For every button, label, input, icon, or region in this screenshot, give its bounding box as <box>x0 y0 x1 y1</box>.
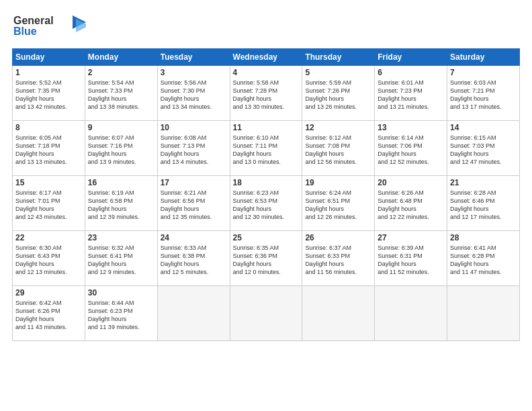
calendar-cell: 18 Sunrise: 6:23 AMSunset: 6:53 PMDaylig… <box>230 176 302 231</box>
calendar-cell: 8 Sunrise: 6:05 AMSunset: 7:18 PMDayligh… <box>13 121 85 176</box>
day-number: 20 <box>378 178 444 187</box>
day-number: 8 <box>15 123 82 132</box>
day-number: 11 <box>233 123 300 132</box>
cell-info: Sunrise: 6:23 AMSunset: 6:53 PMDaylight … <box>233 189 285 220</box>
calendar-cell: 3 Sunrise: 5:56 AMSunset: 7:30 PMDayligh… <box>157 66 230 121</box>
cell-info: Sunrise: 6:24 AMSunset: 6:51 PMDaylight … <box>305 189 357 220</box>
calendar-cell <box>447 286 520 341</box>
day-number: 5 <box>305 68 371 77</box>
day-number: 18 <box>233 178 300 187</box>
day-number: 14 <box>450 123 517 132</box>
day-header: Friday <box>375 49 447 66</box>
day-number: 13 <box>378 123 444 132</box>
cell-info: Sunrise: 6:32 AMSunset: 6:41 PMDaylight … <box>88 244 136 275</box>
logo: General Blue <box>12 12 86 42</box>
calendar-cell: 15 Sunrise: 6:17 AMSunset: 7:01 PMDaylig… <box>13 176 85 231</box>
cell-info: Sunrise: 6:39 AMSunset: 6:31 PMDaylight … <box>378 244 429 275</box>
calendar-cell: 7 Sunrise: 6:03 AMSunset: 7:21 PMDayligh… <box>447 66 520 121</box>
day-number: 6 <box>378 68 444 77</box>
calendar-row: 15 Sunrise: 6:17 AMSunset: 7:01 PMDaylig… <box>13 176 520 231</box>
calendar-header-row: SundayMondayTuesdayWednesdayThursdayFrid… <box>13 49 520 66</box>
day-number: 16 <box>88 178 154 187</box>
day-header: Monday <box>85 49 157 66</box>
calendar-cell: 25 Sunrise: 6:35 AMSunset: 6:36 PMDaylig… <box>230 231 302 286</box>
calendar-row: 29 Sunrise: 6:42 AMSunset: 6:26 PMDaylig… <box>13 286 520 341</box>
cell-info: Sunrise: 5:58 AMSunset: 7:28 PMDaylight … <box>233 79 285 110</box>
day-number: 15 <box>15 178 82 187</box>
cell-info: Sunrise: 6:42 AMSunset: 6:26 PMDaylight … <box>15 300 67 330</box>
calendar-cell: 6 Sunrise: 6:01 AMSunset: 7:23 PMDayligh… <box>375 66 447 121</box>
calendar-cell: 30 Sunrise: 6:44 AMSunset: 6:23 PMDaylig… <box>85 286 157 341</box>
calendar-cell: 23 Sunrise: 6:32 AMSunset: 6:41 PMDaylig… <box>85 231 157 286</box>
calendar-cell: 26 Sunrise: 6:37 AMSunset: 6:33 PMDaylig… <box>302 231 375 286</box>
calendar-cell: 21 Sunrise: 6:28 AMSunset: 6:46 PMDaylig… <box>447 176 520 231</box>
calendar-cell: 17 Sunrise: 6:21 AMSunset: 6:56 PMDaylig… <box>157 176 230 231</box>
calendar-cell <box>302 286 375 341</box>
day-header: Tuesday <box>157 49 230 66</box>
header: General Blue <box>12 12 520 42</box>
day-number: 28 <box>450 233 517 242</box>
calendar-row: 22 Sunrise: 6:30 AMSunset: 6:43 PMDaylig… <box>13 231 520 286</box>
cell-info: Sunrise: 6:05 AMSunset: 7:18 PMDaylight … <box>15 134 67 165</box>
cell-info: Sunrise: 6:44 AMSunset: 6:23 PMDaylight … <box>88 300 140 330</box>
day-number: 1 <box>15 68 82 77</box>
cell-info: Sunrise: 6:37 AMSunset: 6:33 PMDaylight … <box>305 244 357 275</box>
calendar-body: 1 Sunrise: 5:52 AMSunset: 7:35 PMDayligh… <box>13 66 520 341</box>
day-number: 10 <box>161 123 227 132</box>
day-number: 17 <box>161 178 227 187</box>
day-number: 25 <box>233 233 300 242</box>
day-number: 19 <box>305 178 371 187</box>
cell-info: Sunrise: 6:41 AMSunset: 6:28 PMDaylight … <box>450 244 502 275</box>
cell-info: Sunrise: 6:14 AMSunset: 7:06 PMDaylight … <box>378 134 429 165</box>
calendar-cell <box>230 286 302 341</box>
calendar-cell <box>375 286 447 341</box>
calendar-table: SundayMondayTuesdayWednesdayThursdayFrid… <box>12 48 520 341</box>
calendar-cell: 13 Sunrise: 6:14 AMSunset: 7:06 PMDaylig… <box>375 121 447 176</box>
calendar-cell: 12 Sunrise: 6:12 AMSunset: 7:08 PMDaylig… <box>302 121 375 176</box>
cell-info: Sunrise: 6:15 AMSunset: 7:03 PMDaylight … <box>450 134 502 165</box>
calendar-cell: 4 Sunrise: 5:58 AMSunset: 7:28 PMDayligh… <box>230 66 302 121</box>
cell-info: Sunrise: 6:30 AMSunset: 6:43 PMDaylight … <box>15 244 67 275</box>
calendar-cell: 28 Sunrise: 6:41 AMSunset: 6:28 PMDaylig… <box>447 231 520 286</box>
day-number: 24 <box>161 233 227 242</box>
day-number: 7 <box>450 68 517 77</box>
calendar-cell: 11 Sunrise: 6:10 AMSunset: 7:11 PMDaylig… <box>230 121 302 176</box>
calendar-cell: 20 Sunrise: 6:26 AMSunset: 6:48 PMDaylig… <box>375 176 447 231</box>
cell-info: Sunrise: 6:01 AMSunset: 7:23 PMDaylight … <box>378 79 429 110</box>
cell-info: Sunrise: 6:12 AMSunset: 7:08 PMDaylight … <box>305 134 357 165</box>
day-number: 21 <box>450 178 517 187</box>
cell-info: Sunrise: 6:28 AMSunset: 6:46 PMDaylight … <box>450 189 502 220</box>
cell-info: Sunrise: 6:10 AMSunset: 7:11 PMDaylight … <box>233 134 281 165</box>
calendar-cell: 2 Sunrise: 5:54 AMSunset: 7:33 PMDayligh… <box>85 66 157 121</box>
day-number: 22 <box>15 233 82 242</box>
calendar-cell <box>157 286 230 341</box>
cell-info: Sunrise: 6:07 AMSunset: 7:16 PMDaylight … <box>88 134 136 165</box>
day-number: 23 <box>88 233 154 242</box>
cell-info: Sunrise: 6:17 AMSunset: 7:01 PMDaylight … <box>15 189 67 220</box>
calendar-cell: 10 Sunrise: 6:08 AMSunset: 7:13 PMDaylig… <box>157 121 230 176</box>
cell-info: Sunrise: 6:03 AMSunset: 7:21 PMDaylight … <box>450 79 502 110</box>
day-number: 4 <box>233 68 300 77</box>
cell-info: Sunrise: 6:35 AMSunset: 6:36 PMDaylight … <box>233 244 281 275</box>
day-number: 30 <box>88 288 154 298</box>
day-header: Saturday <box>447 49 520 66</box>
day-header: Wednesday <box>230 49 302 66</box>
calendar-cell: 14 Sunrise: 6:15 AMSunset: 7:03 PMDaylig… <box>447 121 520 176</box>
day-number: 3 <box>161 68 227 77</box>
day-header: Thursday <box>302 49 375 66</box>
day-number: 26 <box>305 233 371 242</box>
cell-info: Sunrise: 6:19 AMSunset: 6:58 PMDaylight … <box>88 189 140 220</box>
cell-info: Sunrise: 5:52 AMSunset: 7:35 PMDaylight … <box>15 79 67 110</box>
page: General Blue SundayMondayTuesdayWednesda… <box>0 0 532 348</box>
day-number: 27 <box>378 233 444 242</box>
calendar-cell: 5 Sunrise: 5:59 AMSunset: 7:26 PMDayligh… <box>302 66 375 121</box>
logo-text: General Blue <box>12 12 86 42</box>
svg-text:Blue: Blue <box>13 26 37 37</box>
calendar-cell: 1 Sunrise: 5:52 AMSunset: 7:35 PMDayligh… <box>13 66 85 121</box>
calendar-row: 1 Sunrise: 5:52 AMSunset: 7:35 PMDayligh… <box>13 66 520 121</box>
cell-info: Sunrise: 5:56 AMSunset: 7:30 PMDaylight … <box>161 79 212 110</box>
cell-info: Sunrise: 6:21 AMSunset: 6:56 PMDaylight … <box>161 189 212 220</box>
day-number: 9 <box>88 123 154 132</box>
cell-info: Sunrise: 5:54 AMSunset: 7:33 PMDaylight … <box>88 79 140 110</box>
calendar-row: 8 Sunrise: 6:05 AMSunset: 7:18 PMDayligh… <box>13 121 520 176</box>
